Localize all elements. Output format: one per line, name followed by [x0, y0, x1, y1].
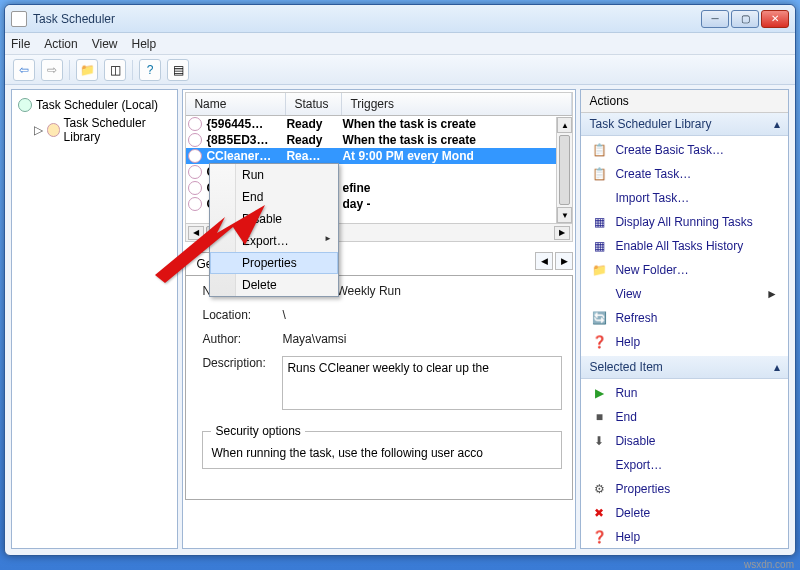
- scroll-down-icon[interactable]: ▼: [557, 207, 572, 223]
- maximize-button[interactable]: ▢: [731, 10, 759, 28]
- bar-button[interactable]: ▤: [167, 59, 189, 81]
- clock-icon: [18, 98, 32, 112]
- forward-button[interactable]: ⇨: [41, 59, 63, 81]
- show-hide-button[interactable]: ◫: [104, 59, 126, 81]
- label-author: Author:: [202, 332, 282, 346]
- security-options: Security options When running the task, …: [202, 424, 562, 469]
- menu-action[interactable]: Action: [44, 37, 77, 51]
- svg-marker-0: [155, 205, 265, 283]
- col-triggers[interactable]: Triggers: [342, 93, 572, 115]
- task-icon: [188, 165, 202, 179]
- annotation-arrow: [155, 205, 265, 288]
- action-icon: ✖: [591, 505, 607, 521]
- minimize-button[interactable]: ─: [701, 10, 729, 28]
- action-icon: ⚙: [591, 481, 607, 497]
- action-item[interactable]: ❓Help: [581, 525, 788, 549]
- list-header: Name Status Triggers: [186, 93, 572, 116]
- tab-scroll-left[interactable]: ◀: [535, 252, 553, 270]
- tree-root[interactable]: Task Scheduler (Local): [16, 96, 173, 114]
- action-icon: ▦: [591, 238, 607, 254]
- vertical-scrollbar[interactable]: ▲ ▼: [556, 117, 572, 223]
- close-button[interactable]: ✕: [761, 10, 789, 28]
- action-item[interactable]: ✖Delete: [581, 501, 788, 525]
- collapse-icon[interactable]: ▴: [774, 360, 780, 374]
- action-icon: ❓: [591, 334, 607, 350]
- table-row[interactable]: CCleaner…Rea…At 9:00 PM every Mond: [186, 148, 572, 164]
- action-icon: [591, 190, 607, 206]
- value-author: Maya\vamsi: [282, 332, 562, 346]
- action-icon: 📋: [591, 142, 607, 158]
- scroll-right-icon[interactable]: ▶: [554, 226, 570, 240]
- action-item[interactable]: View►: [581, 282, 788, 306]
- action-icon: [591, 286, 607, 302]
- action-item[interactable]: 📋Create Basic Task…: [581, 138, 788, 162]
- action-item[interactable]: ■End: [581, 405, 788, 429]
- action-icon: ❓: [591, 529, 607, 545]
- action-item[interactable]: ⚙Properties: [581, 477, 788, 501]
- task-icon: [188, 117, 202, 131]
- scroll-thumb[interactable]: [559, 135, 570, 205]
- window-title: Task Scheduler: [33, 12, 701, 26]
- actions-library-header[interactable]: Task Scheduler Library ▴: [581, 113, 788, 136]
- table-row[interactable]: {596445…ReadyWhen the task is create: [186, 116, 572, 132]
- task-icon: [188, 133, 202, 147]
- details-panel: Name: CCleaner Weekly Run Location: \ Au…: [185, 276, 573, 500]
- label-location: Location:: [202, 308, 282, 322]
- action-item[interactable]: 📋Create Task…: [581, 162, 788, 186]
- menu-file[interactable]: File: [11, 37, 30, 51]
- table-row[interactable]: {8B5ED3…ReadyWhen the task is create: [186, 132, 572, 148]
- app-window: Task Scheduler ─ ▢ ✕ File Action View He…: [4, 4, 796, 556]
- center-pane: Name Status Triggers {596445…ReadyWhen t…: [182, 89, 576, 549]
- titlebar[interactable]: Task Scheduler ─ ▢ ✕: [5, 5, 795, 33]
- action-item[interactable]: Import Task…: [581, 186, 788, 210]
- collapse-icon[interactable]: ▴: [774, 117, 780, 131]
- actions-title: Actions: [581, 90, 788, 113]
- action-item[interactable]: 📁New Folder…: [581, 258, 788, 282]
- menu-view[interactable]: View: [92, 37, 118, 51]
- action-icon: 📋: [591, 166, 607, 182]
- tab-scroll-right[interactable]: ▶: [555, 252, 573, 270]
- security-legend: Security options: [211, 424, 304, 438]
- expand-icon[interactable]: ▷: [34, 123, 43, 137]
- action-item[interactable]: ▦Enable All Tasks History: [581, 234, 788, 258]
- ctx-run[interactable]: Run: [210, 164, 338, 186]
- action-icon: ■: [591, 409, 607, 425]
- col-name[interactable]: Name: [186, 93, 286, 115]
- folder-icon: [47, 123, 60, 137]
- security-text: When running the task, use the following…: [211, 446, 553, 460]
- action-item[interactable]: ▶Run: [581, 381, 788, 405]
- action-icon: 🔄: [591, 310, 607, 326]
- menubar: File Action View Help: [5, 33, 795, 55]
- task-icon: [188, 181, 202, 195]
- scroll-up-icon[interactable]: ▲: [557, 117, 572, 133]
- actions-pane: Actions Task Scheduler Library ▴ 📋Create…: [580, 89, 789, 549]
- action-item[interactable]: ❓Help: [581, 330, 788, 354]
- action-item[interactable]: ⬇Disable: [581, 429, 788, 453]
- tree-pane: Task Scheduler (Local) ▷ Task Scheduler …: [11, 89, 178, 549]
- value-description: Runs CCleaner weekly to clear up the: [282, 356, 562, 410]
- action-icon: ▦: [591, 214, 607, 230]
- app-icon: [11, 11, 27, 27]
- actions-selected-header[interactable]: Selected Item ▴: [581, 356, 788, 379]
- label-description: Description:: [202, 356, 282, 410]
- toolbar: ⇦ ⇨ 📁 ◫ ? ▤: [5, 55, 795, 85]
- value-location: \: [282, 308, 562, 322]
- tree-library[interactable]: ▷ Task Scheduler Library: [32, 114, 173, 146]
- action-item[interactable]: Export…: [581, 453, 788, 477]
- action-icon: ▶: [591, 385, 607, 401]
- task-icon: [188, 149, 202, 163]
- menu-help[interactable]: Help: [132, 37, 157, 51]
- action-icon: 📁: [591, 262, 607, 278]
- action-icon: [591, 457, 607, 473]
- help-button[interactable]: ?: [139, 59, 161, 81]
- up-button[interactable]: 📁: [76, 59, 98, 81]
- col-status[interactable]: Status: [286, 93, 342, 115]
- back-button[interactable]: ⇦: [13, 59, 35, 81]
- watermark: wsxdn.com: [744, 559, 794, 570]
- action-item[interactable]: ▦Display All Running Tasks: [581, 210, 788, 234]
- action-item[interactable]: 🔄Refresh: [581, 306, 788, 330]
- action-icon: ⬇: [591, 433, 607, 449]
